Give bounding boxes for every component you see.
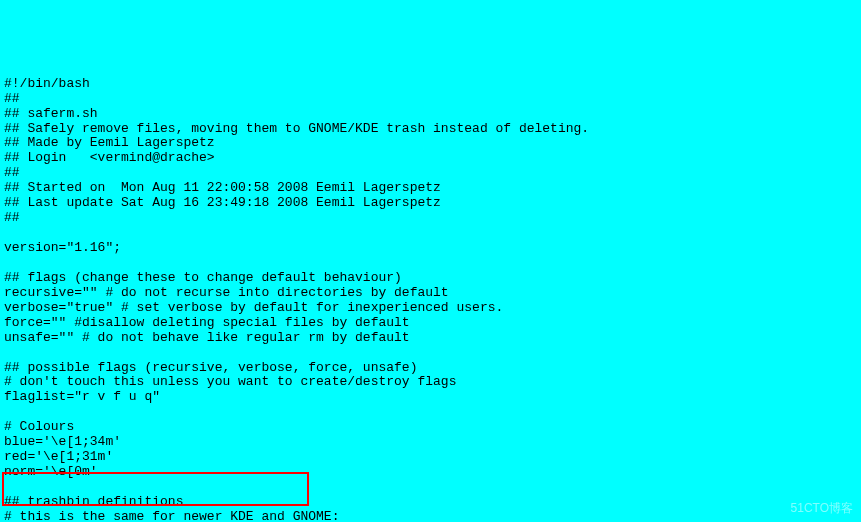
- code-block: #!/bin/bash ## ## saferm.sh ## Safely re…: [0, 60, 861, 522]
- code-line: ## flags (change these to change default…: [4, 270, 402, 285]
- code-line: red='\e[1;31m': [4, 449, 113, 464]
- code-line: ## trashbin definitions: [4, 494, 183, 509]
- code-line: blue='\e[1;34m': [4, 434, 121, 449]
- code-line: # don't touch this unless you want to cr…: [4, 374, 456, 389]
- code-line: recursive="" # do not recurse into direc…: [4, 285, 449, 300]
- code-line: #!/bin/bash: [4, 76, 90, 91]
- code-line: # this is the same for newer KDE and GNO…: [4, 509, 339, 522]
- code-line: version="1.16";: [4, 240, 121, 255]
- code-line: force="" #disallow deleting special file…: [4, 315, 410, 330]
- code-line: ##: [4, 165, 20, 180]
- code-line: ## possible flags (recursive, verbose, f…: [4, 360, 417, 375]
- code-line: norm='\e[0m': [4, 464, 98, 479]
- code-line: unsafe="" # do not behave like regular r…: [4, 330, 410, 345]
- code-line: ## Last update Sat Aug 16 23:49:18 2008 …: [4, 195, 441, 210]
- code-line: ##: [4, 210, 20, 225]
- code-line: verbose="true" # set verbose by default …: [4, 300, 503, 315]
- code-line: ##: [4, 91, 20, 106]
- code-line: ## Made by Eemil Lagerspetz: [4, 135, 215, 150]
- watermark-text: 51CTO博客: [791, 502, 853, 516]
- code-line: ## Login <vermind@drache>: [4, 150, 215, 165]
- code-line: # Colours: [4, 419, 74, 434]
- code-line: ## saferm.sh: [4, 106, 98, 121]
- code-line: ## Safely remove files, moving them to G…: [4, 121, 589, 136]
- code-line: flaglist="r v f u q": [4, 389, 160, 404]
- code-line: ## Started on Mon Aug 11 22:00:58 2008 E…: [4, 180, 441, 195]
